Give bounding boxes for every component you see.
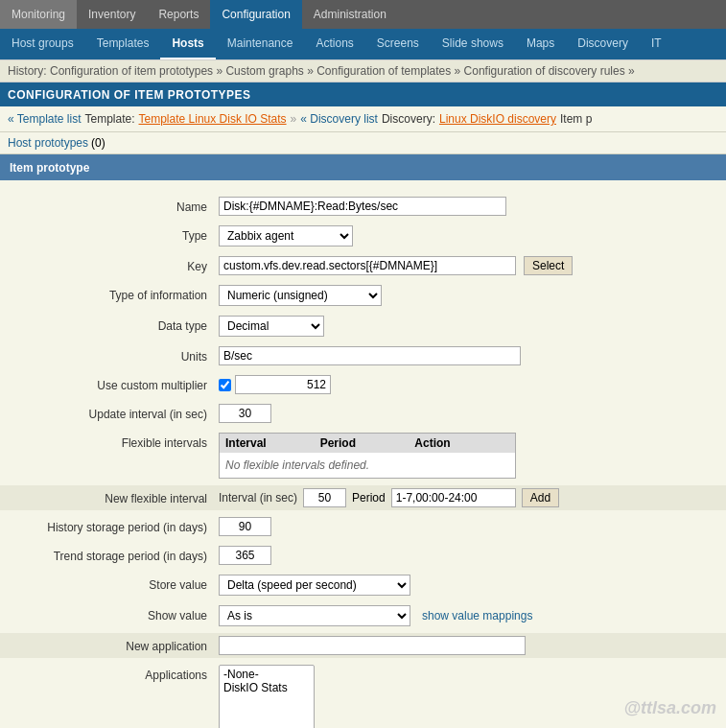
applications-row: Applications -None- DiskIO Stats xyxy=(0,662,726,728)
nav-it[interactable]: IT xyxy=(640,29,673,59)
key-row: Key Select xyxy=(0,253,726,278)
app-option-diskio[interactable]: DiskIO Stats xyxy=(223,681,310,694)
data-type-select[interactable]: DecimalOctalHexadecimalBoolean xyxy=(219,316,324,337)
name-row: Name xyxy=(0,194,726,219)
second-navigation: Host groups Templates Hosts Maintenance … xyxy=(0,29,726,60)
nav-reports[interactable]: Reports xyxy=(147,0,210,29)
multiplier-control xyxy=(219,375,718,394)
discovery-list-link[interactable]: « Discovery list xyxy=(300,112,378,126)
store-select[interactable]: As isDelta (speed per second)Delta (simp… xyxy=(219,575,410,596)
flex-table: Interval Period Action No flexible inter… xyxy=(219,433,516,479)
update-interval-input[interactable] xyxy=(219,404,271,423)
name-control xyxy=(219,197,718,216)
store-control: As isDelta (speed per second)Delta (simp… xyxy=(219,575,718,596)
new-flex-label: New flexible interval xyxy=(8,488,219,505)
store-label: Store value xyxy=(8,575,219,592)
name-label: Name xyxy=(8,197,219,214)
show-label: Show value xyxy=(8,605,219,622)
template-name-link[interactable]: Template Linux Disk IO Stats xyxy=(139,112,287,126)
no-intervals-text: No flexible intervals defined. xyxy=(225,458,369,472)
section-header: Item prototype xyxy=(0,154,726,180)
flex-table-header: Interval Period Action xyxy=(220,434,515,453)
new-app-label: New application xyxy=(8,636,219,653)
trend-input[interactable] xyxy=(219,546,271,565)
multiplier-checkbox[interactable] xyxy=(219,379,231,391)
add-flex-button[interactable]: Add xyxy=(522,488,559,507)
key-label: Key xyxy=(8,256,219,273)
trend-row: Trend storage period (in days) xyxy=(0,543,726,568)
history-control xyxy=(219,517,718,536)
template-list-link[interactable]: « Template list xyxy=(8,112,81,126)
data-type-row: Data type DecimalOctalHexadecimalBoolean xyxy=(0,313,726,340)
nav-monitoring[interactable]: Monitoring xyxy=(0,0,77,29)
units-input[interactable] xyxy=(219,346,521,365)
flex-intervals-label: Flexible intervals xyxy=(8,433,219,450)
flex-table-body: No flexible intervals defined. xyxy=(220,453,515,478)
form-area: Name Type Zabbix agentZabbix agent (acti… xyxy=(0,180,726,728)
type-row: Type Zabbix agentZabbix agent (active)Si… xyxy=(0,223,726,249)
show-value-mappings-link[interactable]: show value mappings xyxy=(422,609,532,622)
item-label: Item p xyxy=(560,112,592,126)
trend-control xyxy=(219,546,718,565)
name-input[interactable] xyxy=(219,197,506,216)
nav-configuration[interactable]: Configuration xyxy=(210,0,301,29)
type-control: Zabbix agentZabbix agent (active)Simple … xyxy=(219,225,718,247)
type-info-control: Numeric (unsigned)Numeric (float)Charact… xyxy=(219,285,718,306)
nav-actions[interactable]: Actions xyxy=(304,29,364,59)
period-label: Period xyxy=(352,491,386,505)
multiplier-row: Use custom multiplier xyxy=(0,372,726,397)
host-proto-count: (0) xyxy=(91,136,105,150)
data-type-control: DecimalOctalHexadecimalBoolean xyxy=(219,316,718,337)
top-navigation: Monitoring Inventory Reports Configurati… xyxy=(0,0,726,29)
new-flex-control: Interval (in sec) Period Add xyxy=(219,488,718,507)
show-select[interactable]: As is xyxy=(219,605,410,626)
type-info-row: Type of information Numeric (unsigned)Nu… xyxy=(0,282,726,309)
breadcrumb: « Template list Template: Template Linux… xyxy=(0,106,726,132)
discovery-label: Discovery: xyxy=(382,112,435,126)
data-type-label: Data type xyxy=(8,316,219,333)
nav-administration[interactable]: Administration xyxy=(302,0,398,29)
type-info-select[interactable]: Numeric (unsigned)Numeric (float)Charact… xyxy=(219,285,382,306)
page-title: CONFIGURATION OF ITEM PROTOTYPES xyxy=(8,88,251,102)
host-prototypes-link[interactable]: Host prototypes xyxy=(8,136,88,150)
applications-select[interactable]: -None- DiskIO Stats xyxy=(219,665,315,728)
multiplier-input[interactable] xyxy=(235,375,331,394)
key-control: Select xyxy=(219,256,718,275)
select-button[interactable]: Select xyxy=(524,256,573,275)
nav-discovery[interactable]: Discovery xyxy=(566,29,640,59)
applications-label: Applications xyxy=(8,665,219,682)
nav-maps[interactable]: Maps xyxy=(515,29,566,59)
type-select[interactable]: Zabbix agentZabbix agent (active)Simple … xyxy=(219,225,353,247)
flex-intervals-row: Flexible intervals Interval Period Actio… xyxy=(0,430,726,481)
history-label: History storage period (in days) xyxy=(8,517,219,534)
new-app-row: New application xyxy=(0,633,726,658)
history-input[interactable] xyxy=(219,517,271,536)
nav-host-groups[interactable]: Host groups xyxy=(0,29,85,59)
new-app-input[interactable] xyxy=(219,636,526,655)
nav-inventory[interactable]: Inventory xyxy=(77,0,147,29)
interval-sec-label: Interval (in sec) xyxy=(219,491,297,505)
nav-maintenance[interactable]: Maintenance xyxy=(216,29,305,59)
new-flex-row: New flexible interval Interval (in sec) … xyxy=(0,485,726,510)
discovery-name-link[interactable]: Linux DiskIO discovery xyxy=(439,112,556,126)
nav-screens[interactable]: Screens xyxy=(365,29,431,59)
app-option-none[interactable]: -None- xyxy=(223,668,310,681)
history-text: History: Configuration of item prototype… xyxy=(8,64,635,78)
page-header: CONFIGURATION OF ITEM PROTOTYPES xyxy=(0,82,726,106)
nav-hosts[interactable]: Hosts xyxy=(160,29,215,59)
new-flex-inner: Interval (in sec) Period Add xyxy=(219,488,718,507)
flex-intervals-control: Interval Period Action No flexible inter… xyxy=(219,433,718,479)
update-interval-label: Update interval (in sec) xyxy=(8,404,219,421)
nav-templates[interactable]: Templates xyxy=(85,29,161,59)
section-title: Item prototype xyxy=(10,161,89,175)
col-action: Action xyxy=(414,436,509,450)
key-input[interactable] xyxy=(219,256,516,275)
nav-slide-shows[interactable]: Slide shows xyxy=(431,29,515,59)
update-interval-row: Update interval (in sec) xyxy=(0,401,726,426)
new-flex-interval-input[interactable] xyxy=(303,488,346,507)
new-flex-period-input[interactable] xyxy=(391,488,516,507)
units-label: Units xyxy=(8,346,219,364)
units-row: Units xyxy=(0,343,726,368)
type-info-label: Type of information xyxy=(8,285,219,302)
history-row: History storage period (in days) xyxy=(0,514,726,539)
